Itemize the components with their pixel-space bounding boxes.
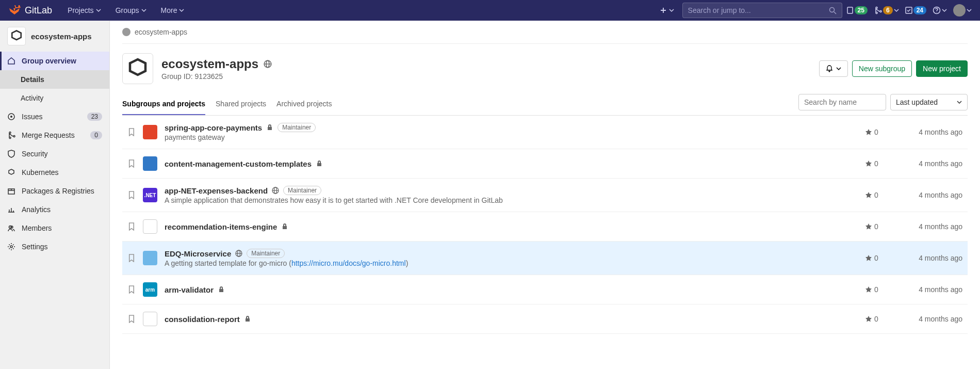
sidebar-sub-details[interactable]: Details — [0, 70, 109, 89]
sidebar-item-label: Merge Requests — [22, 131, 75, 139]
sidebar-item-packages-registries[interactable]: Packages & Registries — [0, 182, 109, 200]
project-row[interactable]: recommendation-items-engine 0 4 months a… — [122, 212, 968, 242]
project-stars[interactable]: 0 — [865, 254, 896, 262]
bookmark-icon[interactable] — [127, 315, 136, 323]
sidebar-item-label: Members — [22, 224, 52, 232]
chevron-down-icon — [96, 8, 101, 13]
project-desc: A simple application that demonstrates h… — [165, 196, 858, 204]
bookmark-icon[interactable] — [127, 159, 136, 168]
project-row[interactable]: spring-app-core-payments Maintainer paym… — [122, 116, 968, 149]
project-updated: 4 months ago — [903, 315, 962, 323]
project-stars[interactable]: 0 — [865, 285, 896, 294]
sidebar-item-kubernetes[interactable]: Kubernetes — [0, 163, 109, 182]
bell-icon — [826, 65, 833, 72]
bookmark-icon[interactable] — [127, 191, 136, 199]
project-stars[interactable]: 0 — [865, 222, 896, 231]
topnav-menu-projects[interactable]: Projects — [62, 3, 106, 18]
project-name: content-management-custom-templates — [165, 159, 312, 168]
lock-icon — [218, 286, 225, 293]
gitlab-logo[interactable]: GitLab — [8, 4, 52, 17]
project-row[interactable]: .NET app-NET-expenses-backend Maintainer… — [122, 179, 968, 212]
kube-icon — [7, 168, 15, 177]
sidebar-item-label: Packages & Registries — [22, 187, 94, 195]
sidebar-sub-activity[interactable]: Activity — [0, 89, 109, 107]
lock-icon — [244, 315, 251, 323]
project-row[interactable]: arm arm-validator 0 4 months ago — [122, 275, 968, 304]
brand-name: GitLab — [25, 5, 52, 16]
sidebar-item-group-overview[interactable]: Group overview — [0, 52, 109, 70]
project-row[interactable]: consolidation-report 0 4 months ago — [122, 304, 968, 334]
globe-icon — [235, 250, 242, 257]
tab-subgroups-and-projects[interactable]: Subgroups and projects — [122, 93, 205, 115]
bookmark-icon[interactable] — [127, 254, 136, 262]
todos-counter[interactable]: 25 — [846, 6, 868, 14]
topnav-menu-groups[interactable]: Groups — [110, 3, 152, 18]
help-icon — [933, 6, 941, 14]
home-icon — [7, 57, 15, 65]
chevron-down-icon — [957, 100, 962, 105]
project-row[interactable]: EDQ-Microservice Maintainer A getting st… — [122, 242, 968, 275]
chevron-down-icon — [836, 66, 841, 71]
sidebar-item-label: Kubernetes — [22, 168, 59, 177]
bookmark-icon[interactable] — [127, 128, 136, 136]
project-search-input[interactable] — [798, 94, 886, 110]
lock-icon — [266, 124, 273, 131]
context-header[interactable]: ecosystem-apps — [0, 21, 109, 52]
project-stars[interactable]: 0 — [865, 159, 896, 168]
star-icon — [865, 191, 872, 199]
new-subgroup-button[interactable]: New subgroup — [852, 60, 912, 77]
sidebar-item-settings[interactable]: Settings — [0, 237, 109, 256]
sidebar-item-security[interactable]: Security — [0, 145, 109, 163]
project-updated: 4 months ago — [903, 128, 962, 136]
shield-icon — [7, 150, 15, 158]
group-name: ecosystem-apps — [161, 57, 258, 71]
project-desc-link[interactable]: https://micro.mu/docs/go-micro.html — [291, 259, 406, 267]
project-avatar — [143, 125, 157, 139]
breadcrumb-group[interactable]: ecosystem-apps — [135, 28, 187, 36]
sidebar-item-label: Settings — [22, 243, 48, 251]
project-avatar: .NET — [143, 188, 157, 202]
help-menu[interactable] — [933, 6, 947, 14]
global-search[interactable] — [682, 3, 842, 18]
issues-badge: 24 — [913, 6, 926, 14]
project-stars[interactable]: 0 — [865, 128, 896, 136]
sidebar-item-issues[interactable]: Issues23 — [0, 107, 109, 126]
breadcrumb: ecosystem-apps — [122, 21, 968, 44]
gear-icon — [7, 243, 15, 251]
sidebar-item-label: Issues — [22, 113, 42, 121]
bookmark-icon[interactable] — [127, 285, 136, 294]
tab-archived-projects[interactable]: Archived projects — [276, 93, 332, 115]
new-dropdown[interactable] — [656, 7, 678, 14]
issues-counter[interactable]: 24 — [905, 6, 926, 14]
project-updated: 4 months ago — [903, 222, 962, 231]
sidebar-item-merge-requests[interactable]: Merge Requests0 — [0, 126, 109, 145]
sort-dropdown[interactable]: Last updated — [890, 94, 968, 110]
mr-counter[interactable]: 6 — [874, 6, 899, 14]
group-avatar-small — [7, 27, 26, 45]
user-menu[interactable] — [953, 4, 972, 17]
chart-icon — [7, 205, 15, 214]
search-icon — [829, 7, 837, 14]
new-project-button[interactable]: New project — [916, 60, 968, 77]
group-avatar — [122, 53, 153, 84]
sidebar-item-label: Group overview — [22, 57, 76, 65]
breadcrumb-avatar — [122, 28, 130, 36]
project-row[interactable]: content-management-custom-templates 0 4 … — [122, 149, 968, 179]
star-icon — [865, 254, 872, 262]
lock-icon — [281, 223, 288, 230]
chevron-down-icon — [942, 8, 947, 13]
notification-button[interactable] — [819, 60, 848, 77]
tab-shared-projects[interactable]: Shared projects — [216, 93, 266, 115]
lock-icon — [316, 160, 323, 167]
check-icon — [905, 6, 912, 14]
bookmark-icon[interactable] — [127, 222, 136, 231]
chevron-down-icon — [669, 8, 674, 13]
topnav-menu-more[interactable]: More — [156, 3, 190, 18]
sidebar-item-analytics[interactable]: Analytics — [0, 200, 109, 219]
project-stars[interactable]: 0 — [865, 315, 896, 323]
search-input[interactable] — [688, 6, 829, 14]
sidebar-item-members[interactable]: Members — [0, 219, 109, 237]
sort-label: Last updated — [896, 98, 938, 106]
project-avatar — [143, 156, 157, 171]
project-stars[interactable]: 0 — [865, 191, 896, 199]
